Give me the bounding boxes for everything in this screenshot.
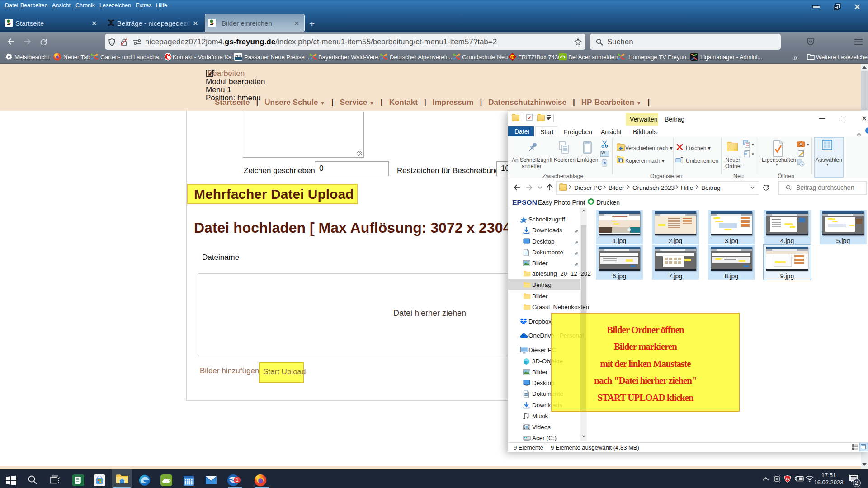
svg-text:PNP: PNP — [235, 54, 241, 58]
svg-text:Fritz: Fritz — [510, 56, 515, 58]
svg-text:G: G — [786, 477, 789, 481]
